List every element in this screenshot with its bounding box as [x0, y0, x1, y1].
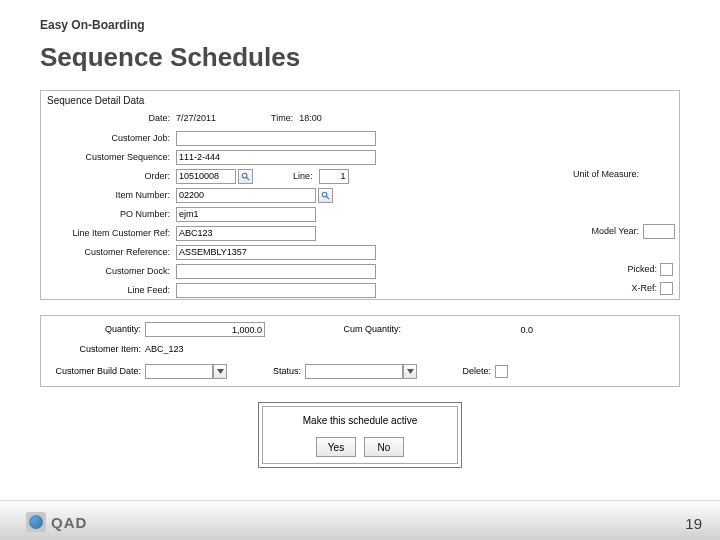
- quantity-label: Quantity:: [41, 324, 141, 334]
- footer-bar: [0, 500, 720, 540]
- item-lookup-icon[interactable]: [318, 188, 333, 203]
- date-value: 7/27/2011: [176, 113, 241, 123]
- svg-point-0: [242, 173, 247, 178]
- xref-checkbox[interactable]: [660, 282, 673, 295]
- brand-logo: QAD: [26, 512, 87, 532]
- customer-sequence-input[interactable]: [176, 150, 376, 165]
- model-year-input[interactable]: [643, 224, 675, 239]
- line-input[interactable]: [319, 169, 349, 184]
- customer-item-label: Customer Item:: [41, 344, 141, 354]
- status-dropdown-icon[interactable]: [403, 364, 417, 379]
- order-lookup-icon[interactable]: [238, 169, 253, 184]
- picked-checkbox[interactable]: [660, 263, 673, 276]
- brand-name: QAD: [51, 514, 87, 531]
- order-input[interactable]: [176, 169, 236, 184]
- quantity-panel: Quantity: Cum Quantity: Customer Item: A…: [40, 315, 680, 387]
- customer-reference-label: Customer Reference:: [41, 247, 176, 257]
- line-item-cust-ref-label: Line Item Customer Ref:: [41, 228, 176, 238]
- delete-label: Delete:: [441, 366, 491, 376]
- sequence-detail-panel: Sequence Detail Data Date: 7/27/2011 Tim…: [40, 90, 680, 300]
- xref-label: X-Ref:: [607, 283, 657, 293]
- po-number-input[interactable]: [176, 207, 316, 222]
- brand-logo-icon: [26, 512, 46, 532]
- customer-item-value: ABC_123: [145, 344, 184, 354]
- order-label: Order:: [41, 171, 176, 181]
- picked-label: Picked:: [607, 264, 657, 274]
- customer-dock-label: Customer Dock:: [41, 266, 176, 276]
- time-label: Time:: [271, 113, 293, 123]
- panel-title: Sequence Detail Data: [47, 95, 144, 106]
- kicker: Easy On-Boarding: [40, 18, 145, 32]
- yes-button[interactable]: Yes: [316, 437, 356, 457]
- build-date-label: Customer Build Date:: [41, 366, 141, 376]
- line-item-cust-ref-input[interactable]: [176, 226, 316, 241]
- po-number-label: PO Number:: [41, 209, 176, 219]
- customer-sequence-label: Customer Sequence:: [41, 152, 176, 162]
- svg-marker-5: [407, 369, 414, 374]
- customer-reference-input[interactable]: [176, 245, 376, 260]
- item-number-label: Item Number:: [41, 190, 176, 200]
- page-title: Sequence Schedules: [40, 42, 300, 73]
- dialog-message: Make this schedule active: [263, 415, 457, 426]
- line-feed-label: Line Feed:: [41, 285, 176, 295]
- svg-line-1: [246, 177, 249, 180]
- item-number-input[interactable]: [176, 188, 316, 203]
- no-button[interactable]: No: [364, 437, 404, 457]
- time-value: 18:00: [299, 113, 322, 123]
- customer-job-label: Customer Job:: [41, 133, 176, 143]
- svg-marker-4: [217, 369, 224, 374]
- svg-point-2: [322, 192, 327, 197]
- customer-dock-input[interactable]: [176, 264, 376, 279]
- status-label: Status:: [251, 366, 301, 376]
- delete-checkbox[interactable]: [495, 365, 508, 378]
- uom-label: Unit of Measure:: [549, 169, 639, 179]
- activate-dialog: Make this schedule active Yes No: [258, 402, 462, 468]
- status-input[interactable]: [305, 364, 403, 379]
- cum-quantity-value: [405, 322, 535, 337]
- svg-line-3: [326, 196, 329, 199]
- model-year-label: Model Year:: [569, 226, 639, 236]
- line-feed-input[interactable]: [176, 283, 376, 298]
- quantity-input[interactable]: [145, 322, 265, 337]
- date-label: Date:: [41, 113, 176, 123]
- line-label: Line:: [293, 171, 313, 181]
- cum-quantity-label: Cum Quantity:: [321, 324, 401, 334]
- page-number: 19: [685, 515, 702, 532]
- build-date-input[interactable]: [145, 364, 213, 379]
- customer-job-input[interactable]: [176, 131, 376, 146]
- build-date-dropdown-icon[interactable]: [213, 364, 227, 379]
